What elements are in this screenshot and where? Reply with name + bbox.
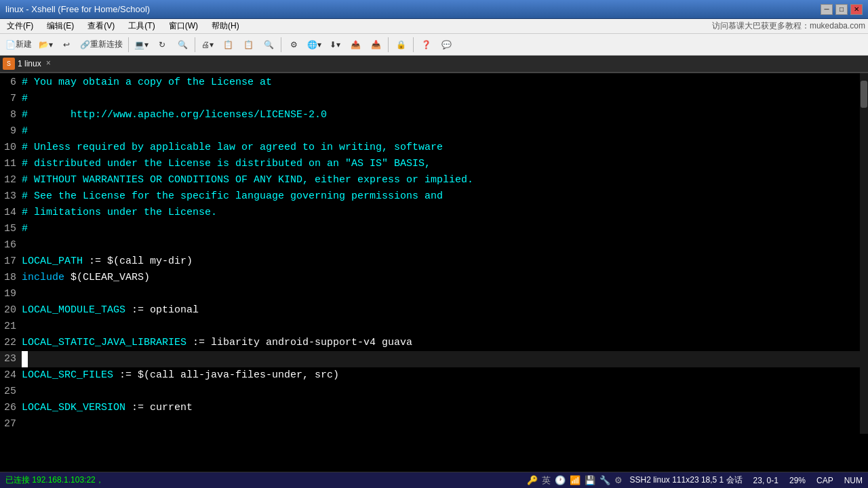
toolbar-help-button[interactable]: ❓ bbox=[416, 36, 435, 54]
toolbar-back-button[interactable]: ↩ bbox=[57, 36, 76, 54]
line-number: 15 bbox=[0, 221, 22, 237]
status-bar: 已连接 192.168.1.103:22， 🔑 英 🕐 📶 💾 🔧 ⚙ SSH2… bbox=[0, 472, 868, 488]
menu-help[interactable]: 帮助(H) bbox=[208, 19, 243, 33]
paste-icon: 📋 bbox=[243, 40, 254, 49]
line-number: 16 bbox=[0, 237, 22, 253]
settings-icon: ⚙ bbox=[290, 40, 298, 49]
editor-line: 26LOCAL_SDK_VERSION := current bbox=[0, 400, 868, 416]
status-icons: 🔑 英 🕐 📶 💾 🔧 ⚙ bbox=[527, 474, 623, 487]
toolbar-refresh-button[interactable]: ↻ bbox=[153, 36, 172, 54]
line-number: 11 bbox=[0, 156, 22, 172]
menu-view[interactable]: 查看(V) bbox=[83, 19, 119, 33]
editor-line: 13# See the License for the specific lan… bbox=[0, 188, 868, 205]
menu-file[interactable]: 文件(F) bbox=[3, 19, 37, 33]
toolbar-separator-5 bbox=[413, 37, 414, 52]
toolbar-sftp-button[interactable]: 📥 bbox=[366, 36, 385, 54]
scrollbar-thumb[interactable] bbox=[861, 81, 867, 108]
toolbar-reconnect-button[interactable]: 🔗 重新连接 bbox=[77, 36, 125, 54]
editor-line: 14# limitations under the License. bbox=[0, 205, 868, 221]
editor-line: 27 bbox=[0, 416, 868, 432]
toolbar-upload-button[interactable]: 📤 bbox=[346, 36, 365, 54]
line-content: # limitations under the License. bbox=[22, 205, 868, 221]
search-icon: 🔍 bbox=[178, 40, 188, 49]
tab-icon: S bbox=[3, 58, 15, 70]
editor-line: 25 bbox=[0, 384, 868, 400]
editor-wrapper[interactable]: 6# You may obtain a copy of the License … bbox=[0, 73, 868, 472]
line-content bbox=[22, 319, 868, 335]
line-number: 24 bbox=[0, 367, 22, 384]
toolbar-chat-button[interactable]: 💬 bbox=[437, 36, 456, 54]
editor-line: 21 bbox=[0, 319, 868, 335]
menu-edit[interactable]: 编辑(E) bbox=[43, 19, 78, 33]
editor-line: 23 bbox=[0, 351, 868, 367]
menu-bar: 文件(F) 编辑(E) 查看(V) 工具(T) 窗口(W) 帮助(H) 访问慕课… bbox=[0, 19, 868, 34]
caps-lock-indicator: CAP bbox=[816, 476, 833, 485]
status-network-icon: 📶 bbox=[570, 475, 580, 485]
line-content: # See the License for the specific langu… bbox=[22, 188, 868, 205]
menu-window[interactable]: 窗口(W) bbox=[165, 19, 202, 33]
status-right: SSH2 linux 111x23 18,5 1 会话 23, 0-1 29% … bbox=[629, 474, 863, 486]
toolbar-settings-button[interactable]: ⚙ bbox=[284, 36, 303, 54]
toolbar-download-button[interactable]: ⬇ ▾ bbox=[326, 36, 344, 54]
refresh-icon: ↻ bbox=[159, 40, 165, 49]
line-content bbox=[22, 351, 868, 367]
editor-line: 22LOCAL_STATIC_JAVA_LIBRARIES := libarit… bbox=[0, 335, 868, 351]
editor-line: 20LOCAL_MODULE_TAGS := optional bbox=[0, 302, 868, 319]
minimize-button[interactable]: ─ bbox=[821, 4, 833, 15]
web-icon: 🌐 bbox=[307, 40, 317, 49]
dropdown-arrow4: ▾ bbox=[336, 40, 340, 49]
find-icon: 🔍 bbox=[264, 40, 274, 49]
toolbar-new-button[interactable]: 📄 新建 bbox=[3, 36, 35, 54]
toolbar-find-button[interactable]: 🔍 bbox=[259, 36, 278, 54]
line-number: 7 bbox=[0, 91, 22, 107]
dropdown-icon: ▾ bbox=[49, 40, 53, 49]
download-icon: ⬇ bbox=[330, 40, 336, 49]
tab-close-button[interactable]: × bbox=[44, 59, 53, 68]
scrollbar[interactable] bbox=[860, 73, 868, 434]
reconnect-label: 重新连接 bbox=[90, 39, 123, 50]
status-disk-icon: 💾 bbox=[585, 475, 595, 485]
toolbar-paste-button[interactable]: 📋 bbox=[239, 36, 258, 54]
new-icon: 📄 bbox=[5, 40, 16, 49]
editor-line: 16 bbox=[0, 237, 868, 253]
editor[interactable]: 6# You may obtain a copy of the License … bbox=[0, 73, 868, 434]
title-bar-text: linux - Xshell (Free for Home/School) bbox=[5, 4, 150, 14]
dropdown-arrow3: ▾ bbox=[317, 40, 321, 49]
line-number: 23 bbox=[0, 351, 22, 367]
dropdown-arrow2: ▾ bbox=[210, 40, 214, 49]
status-s-icon: 🔑 bbox=[527, 475, 538, 485]
toolbar-lock-button[interactable]: 🔒 bbox=[391, 36, 410, 54]
status-clock-icon: 🕐 bbox=[555, 475, 566, 485]
toolbar-web-button[interactable]: 🌐 ▾ bbox=[304, 36, 324, 54]
line-number: 22 bbox=[0, 335, 22, 351]
app-layout: linux - Xshell (Free for Home/School) ─ … bbox=[0, 0, 868, 488]
editor-line: 12# WITHOUT WARRANTIES OR CONDITIONS OF … bbox=[0, 172, 868, 188]
line-number: 9 bbox=[0, 123, 22, 140]
tab-label[interactable]: 1 linux bbox=[18, 59, 41, 68]
toolbar-search-button[interactable]: 🔍 bbox=[173, 36, 192, 54]
line-content: LOCAL_SDK_VERSION := current bbox=[22, 400, 868, 416]
menu-tools[interactable]: 工具(T) bbox=[124, 19, 159, 33]
ssh-info: SSH2 linux 111x23 18,5 1 会话 bbox=[629, 474, 742, 486]
line-content bbox=[22, 286, 868, 302]
toolbar-terminal-button[interactable]: 💻 ▾ bbox=[132, 36, 151, 54]
line-number: 6 bbox=[0, 75, 22, 91]
back-icon: ↩ bbox=[63, 40, 70, 49]
line-number: 8 bbox=[0, 107, 22, 123]
line-content: LOCAL_PATH := $(call my-dir) bbox=[22, 253, 868, 270]
tab-icon-text: S bbox=[7, 60, 11, 68]
line-number: 12 bbox=[0, 172, 22, 188]
editor-line: 9# bbox=[0, 123, 868, 140]
line-content: LOCAL_STATIC_JAVA_LIBRARIES := libarity … bbox=[22, 335, 868, 351]
line-number: 19 bbox=[0, 286, 22, 302]
toolbar-print-button[interactable]: 🖨 ▾ bbox=[198, 36, 217, 54]
line-content: # You may obtain a copy of the License a… bbox=[22, 75, 868, 91]
maximize-button[interactable]: □ bbox=[835, 4, 848, 15]
line-content: # http://www.apache.org/licenses/LICENSE… bbox=[22, 107, 868, 123]
editor-line: 10# Unless required by applicable law or… bbox=[0, 140, 868, 156]
terminal-icon: 💻 bbox=[134, 40, 144, 49]
close-button[interactable]: ✕ bbox=[850, 4, 863, 15]
toolbar-open-button[interactable]: 📂▾ bbox=[36, 36, 56, 54]
sftp-icon: 📥 bbox=[371, 40, 381, 49]
toolbar-copy-button[interactable]: 📋 bbox=[218, 36, 237, 54]
